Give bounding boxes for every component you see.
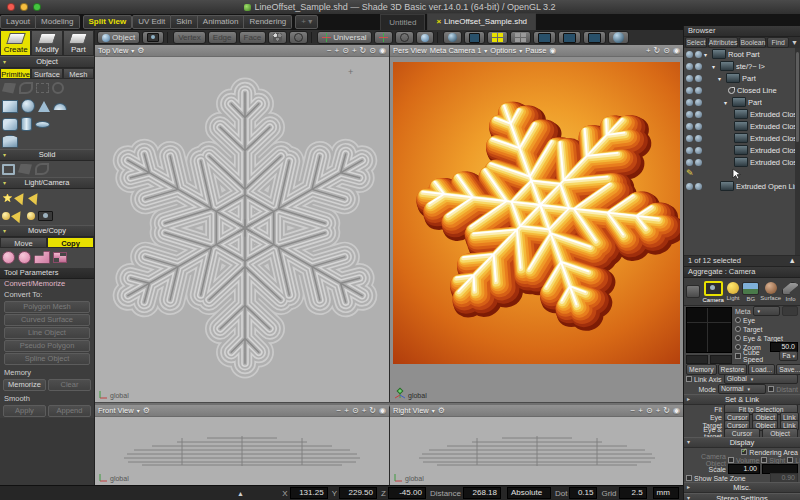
meta-extra-dropdown[interactable]	[782, 306, 798, 316]
cube-speed-dropdown[interactable]: Fa▾	[779, 351, 798, 361]
section-solid[interactable]: ▾Solid	[0, 149, 94, 161]
expander-icon[interactable]: ▾	[718, 75, 724, 82]
render-toggle[interactable]	[695, 111, 702, 118]
shading-button[interactable]	[443, 31, 462, 44]
visibility-toggle[interactable]	[686, 147, 693, 154]
doc-tab-active[interactable]: ×LineOffset_Sample.shd	[427, 13, 536, 32]
distant-light-icon[interactable]	[11, 209, 26, 224]
render-toggle[interactable]	[695, 159, 702, 166]
zoom-in-button[interactable]: +	[335, 46, 340, 56]
chevron-down-icon[interactable]: ▾	[432, 407, 435, 414]
camera-preview[interactable]	[686, 307, 732, 353]
collapse-up-icon[interactable]: ▲	[789, 256, 796, 266]
visibility-toggle[interactable]	[686, 123, 693, 130]
tab-camera[interactable]: Camera	[703, 281, 724, 303]
chevron-down-icon[interactable]: ▾	[137, 407, 140, 414]
tab-light[interactable]: Light	[725, 282, 742, 301]
record-icon[interactable]: ◉	[550, 46, 557, 55]
viewport-front[interactable]: Front View ▾ ⚙ − + ⊙ + ↻ ◉ global	[95, 405, 389, 485]
close-window-button[interactable]	[7, 3, 15, 11]
close-tab-icon[interactable]: ×	[436, 17, 441, 26]
solid-union-icon[interactable]	[18, 164, 32, 175]
y-field[interactable]: 229.50	[339, 487, 377, 499]
rotate-view-button[interactable]: ↻	[369, 406, 376, 416]
render-toggle[interactable]	[695, 123, 702, 130]
zoom-region-button[interactable]: ⊙	[369, 46, 376, 56]
pan-button[interactable]: +	[656, 406, 661, 416]
z-field[interactable]: -45.00	[388, 487, 426, 499]
x-field[interactable]: 131.25	[290, 487, 328, 499]
tab-select[interactable]: Select	[685, 37, 707, 48]
sight-checkbox[interactable]	[761, 457, 767, 463]
texture-button[interactable]	[464, 31, 485, 44]
spotlight-icon[interactable]	[14, 191, 29, 206]
workspace-tab-animation[interactable]: Animation	[198, 15, 245, 29]
cone-primitive-icon[interactable]	[38, 101, 50, 112]
tree-row-part[interactable]: ▾ Part	[684, 72, 800, 84]
cylinder-primitive-icon[interactable]	[21, 117, 32, 131]
tool-parameters-header[interactable]: Tool Parameters	[0, 268, 94, 279]
workspace-add-button[interactable]: + ▾	[295, 15, 318, 29]
light-toggle-button[interactable]	[416, 31, 434, 44]
convert-curved-surface-button[interactable]: Curved Surface	[4, 314, 90, 326]
tree-row-part[interactable]: ▾ ste/?~ l>	[684, 60, 800, 72]
rotate-view-button[interactable]: ↻	[360, 46, 367, 56]
toolbox-mode-part[interactable]: Part	[63, 30, 94, 56]
skeleton-button[interactable]	[374, 31, 393, 44]
zoom-out-button[interactable]: −	[337, 406, 342, 416]
hemisphere-primitive-icon[interactable]	[53, 103, 67, 110]
section-move-copy[interactable]: ▾Move/Copy	[0, 225, 94, 237]
select-tool-button[interactable]	[268, 31, 287, 44]
section-stereo-settings[interactable]: ▾Stereo Settings	[684, 493, 800, 500]
viewport-top-label[interactable]: Top View	[98, 46, 128, 55]
tree-row-extruded[interactable]: Extruded Closed	[684, 156, 800, 168]
render-toggle[interactable]	[695, 87, 702, 94]
single-view-button[interactable]	[533, 31, 556, 44]
target-radio[interactable]	[735, 326, 741, 332]
tree-scrollbar[interactable]	[795, 48, 800, 255]
convert-spline-object-button[interactable]: Spline Object	[4, 353, 90, 365]
render-toggle[interactable]	[695, 63, 702, 70]
rotate-view-button[interactable]	[289, 31, 308, 44]
face-mode-button[interactable]: Face	[239, 31, 267, 44]
section-misc[interactable]: ▸Misc.	[684, 482, 800, 493]
eye-radio[interactable]	[735, 317, 741, 323]
viewport-right[interactable]: Right View ▾ ⚙ − + ⊙ + ↻ ◉ global	[390, 405, 683, 485]
pause-button[interactable]: Pause	[525, 46, 546, 55]
grid-field[interactable]: 2.5	[619, 487, 647, 499]
top-view-canvas[interactable]	[95, 56, 389, 402]
camera-view-button[interactable]: ◉	[379, 46, 386, 56]
tree-row-extruded[interactable]: Extruded Closed	[684, 108, 800, 120]
doc-tab-untitled[interactable]: Untitled	[380, 14, 425, 31]
zoom-window-button[interactable]	[33, 3, 41, 11]
render-preview-button[interactable]	[608, 31, 629, 44]
magnify-button[interactable]: ⊙	[352, 406, 359, 416]
tab-primitive[interactable]: Primitive	[0, 68, 31, 79]
tree-row-extruded-open-line[interactable]: Extruded Open Line	[684, 180, 800, 192]
solid-subtract-icon[interactable]	[35, 163, 49, 175]
grid-toggle-button[interactable]	[510, 31, 531, 44]
circle-tool-icon[interactable]	[52, 82, 64, 94]
viewport-pers[interactable]: Pers View Meta Camera 1 ▾ Options ▾ Paus…	[390, 45, 683, 402]
sphere-primitive-icon[interactable]	[21, 99, 35, 113]
convert-line-object-button[interactable]: Line Object	[4, 327, 90, 339]
camera-view-button[interactable]: ◉	[673, 46, 680, 56]
restore-button[interactable]: Restore	[718, 364, 748, 375]
convert-pseudo-polygon-button[interactable]: Pseudo Polygon	[4, 340, 90, 352]
gear-icon[interactable]: ⚙	[143, 406, 150, 415]
point-light-icon[interactable]	[2, 193, 13, 204]
memorize-button[interactable]: Memorize	[3, 379, 46, 391]
workspace-tab-uv-edit[interactable]: UV Edit	[132, 15, 171, 29]
chevron-down-icon[interactable]: ▾	[519, 47, 522, 54]
viewport-front-label[interactable]: Front View	[98, 406, 134, 415]
section-object[interactable]: ▾Object	[0, 56, 94, 68]
pan-button[interactable]: +	[362, 406, 367, 416]
copy-button[interactable]: Copy	[47, 237, 94, 248]
render-toggle[interactable]	[695, 51, 702, 58]
edge-mode-button[interactable]: Edge	[208, 31, 237, 44]
curve-tool-icon[interactable]	[19, 82, 33, 94]
tree-row-part[interactable]: ▾ Part	[684, 96, 800, 108]
tree-row-extruded[interactable]: Extruded Closed	[684, 132, 800, 144]
link-axis-dropdown[interactable]: Global▾	[724, 374, 798, 384]
convert-polygon-mesh-button[interactable]: Polygon Mesh	[4, 301, 90, 313]
